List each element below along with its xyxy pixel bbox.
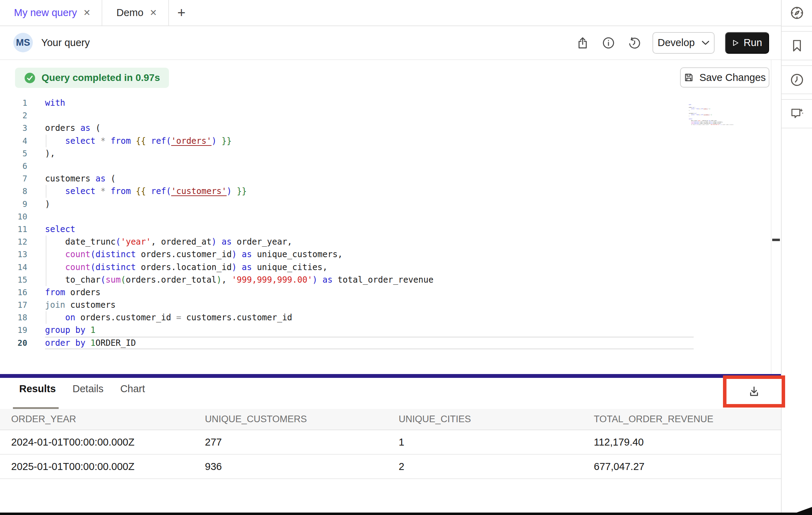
code-text: count(distinct orders.location_id) as un…	[45, 261, 327, 273]
code-line-10[interactable]: 10	[0, 210, 771, 223]
code-line-13[interactable]: 13 count(distinct orders.customer_id) as…	[0, 248, 771, 261]
editor-gutter-divider	[771, 60, 772, 374]
line-number: 16	[10, 288, 27, 297]
sql-code-editor[interactable]: 1with23orders as (4 select * from {{ ref…	[689, 104, 747, 125]
table-cell: 1	[399, 436, 594, 448]
line-number: 11	[10, 225, 27, 234]
code-text: with	[45, 97, 65, 109]
code-line-15[interactable]: 15 to_char(sum(orders.order_total), '999…	[689, 124, 747, 125]
table-body: 2024-01-01T00:00:00.000Z2771112,179.4020…	[0, 430, 781, 479]
ai-chat-button[interactable]	[782, 99, 812, 128]
query-ide-window: My new query ✕ Demo ✕ + MS Your query De…	[0, 0, 812, 515]
ai-chat-icon	[790, 106, 804, 121]
history-icon[interactable]	[627, 35, 642, 51]
code-line-7[interactable]: 7customers as (	[0, 172, 771, 185]
scrollbar-thumb[interactable]	[772, 239, 780, 241]
line-number: 8	[10, 187, 27, 196]
table-cell: 2	[399, 461, 594, 472]
tab-details[interactable]: Details	[73, 383, 104, 395]
panel-divider-bar[interactable]	[0, 374, 781, 378]
query-status-badge: Query completed in 0.97s	[15, 68, 169, 88]
line-number: 15	[10, 275, 27, 284]
code-line-19[interactable]: 19group by 1	[0, 324, 771, 336]
tab-results[interactable]: Results	[19, 383, 56, 395]
code-line-8[interactable]: 8 select * from {{ ref('customers') }}	[0, 185, 771, 197]
table-cell: 2025-01-01T00:00:00.000Z	[11, 461, 205, 472]
line-number: 2	[10, 111, 27, 120]
close-icon[interactable]: ✕	[150, 8, 157, 17]
develop-dropdown[interactable]: Develop	[652, 32, 715, 54]
download-icon	[748, 385, 760, 398]
table-cell: 277	[205, 436, 399, 448]
close-icon[interactable]: ✕	[83, 8, 91, 17]
code-line-16[interactable]: 16from orders	[0, 286, 771, 299]
code-line-11[interactable]: 11select	[0, 223, 771, 236]
line-number: 4	[10, 136, 27, 145]
results-table: ORDER_YEARUNIQUE_CUSTOMERSUNIQUE_CITIEST…	[0, 409, 781, 479]
code-text: select * from {{ ref('customers') }}	[45, 185, 247, 197]
code-line-5[interactable]: 5),	[0, 147, 771, 160]
right-icon-sidebar	[781, 0, 812, 515]
code-text: to_char(sum(orders.order_total), '999,99…	[689, 124, 733, 125]
line-number: 12	[10, 237, 27, 246]
save-changes-button[interactable]: Save Changes	[680, 67, 769, 88]
code-text: order by 1ORDER_ID	[45, 337, 694, 349]
sql-code-editor[interactable]: 1with23orders as (4 select * from {{ ref…	[0, 97, 771, 349]
code-line-4[interactable]: 4 select * from {{ ref('orders') }}	[0, 135, 771, 147]
code-text: join customers	[45, 299, 116, 311]
code-line-1[interactable]: 1with	[0, 97, 771, 109]
compass-button[interactable]	[782, 0, 812, 27]
code-text: from orders	[45, 286, 101, 299]
run-button[interactable]: Run	[725, 32, 769, 54]
code-line-9[interactable]: 9)	[0, 198, 771, 210]
history-clock-button[interactable]	[782, 65, 812, 94]
highlight-annotation-box	[723, 375, 785, 408]
line-number: 20	[10, 338, 27, 348]
code-line-2[interactable]: 2	[0, 109, 771, 122]
code-line-14[interactable]: 14 count(distinct orders.location_id) as…	[0, 261, 771, 273]
line-number: 19	[10, 326, 27, 335]
tab-chart[interactable]: Chart	[120, 383, 145, 395]
table-cell: 2024-01-01T00:00:00.000Z	[11, 436, 205, 448]
tab-label: Demo	[116, 7, 143, 18]
code-line-20[interactable]: 20order by 1ORDER_ID	[0, 337, 771, 349]
code-text: customers as (	[45, 172, 116, 185]
code-line-17[interactable]: 17join customers	[0, 299, 771, 311]
code-text: select	[45, 223, 75, 236]
line-number: 7	[10, 174, 27, 183]
line-number: 10	[10, 212, 27, 221]
check-circle-icon	[24, 72, 36, 84]
code-text: count(distinct orders.customer_id) as un…	[45, 248, 343, 261]
editor-minimap[interactable]: 1with23orders as (4 select * from {{ ref…	[689, 93, 747, 125]
line-number: 13	[10, 250, 27, 259]
tab-my-new-query[interactable]: My new query ✕	[0, 0, 102, 25]
tab-demo[interactable]: Demo ✕	[102, 0, 169, 25]
column-header: UNIQUE_CITIES	[399, 414, 594, 425]
column-header: UNIQUE_CUSTOMERS	[205, 414, 399, 425]
code-line-3[interactable]: 3orders as (	[0, 122, 771, 134]
download-results-button[interactable]	[726, 379, 782, 404]
develop-label: Develop	[658, 37, 695, 48]
bookmark-button[interactable]	[782, 31, 812, 60]
run-label: Run	[744, 37, 762, 48]
table-cell: 112,179.40	[594, 436, 781, 448]
line-number: 18	[10, 313, 27, 322]
code-line-18[interactable]: 18 on orders.customer_id = customers.cus…	[0, 311, 771, 324]
code-line-6[interactable]: 6	[0, 160, 771, 172]
code-line-15[interactable]: 15 to_char(sum(orders.order_total), '999…	[0, 274, 771, 286]
code-text: orders as (	[45, 122, 101, 134]
share-icon[interactable]	[575, 35, 590, 51]
column-header: ORDER_YEAR	[11, 414, 205, 425]
clock-icon	[790, 73, 804, 87]
window-bottom-edge	[0, 513, 812, 515]
avatar: MS	[13, 33, 33, 52]
save-changes-label: Save Changes	[699, 72, 766, 83]
new-tab-button[interactable]: +	[169, 0, 194, 25]
query-header: MS Your query Develop Run	[0, 26, 781, 60]
save-icon	[684, 72, 694, 83]
table-cell: 936	[205, 461, 399, 472]
info-icon[interactable]	[601, 35, 616, 51]
editor-tab-bar: My new query ✕ Demo ✕ +	[0, 0, 781, 26]
chevron-down-icon	[702, 40, 709, 45]
code-line-12[interactable]: 12 date_trunc('year', ordered_at) as ord…	[0, 236, 771, 248]
